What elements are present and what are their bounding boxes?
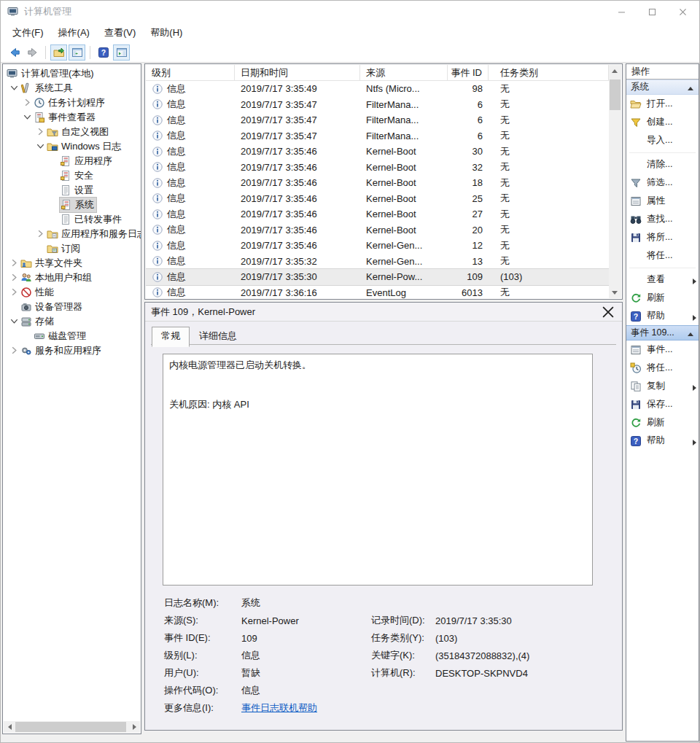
tree-item[interactable]: 性能: [3, 285, 141, 300]
event-row[interactable]: 信息2019/7/17 3:35:47FilterMana...6无: [146, 128, 609, 144]
console-tree-button[interactable]: [69, 44, 85, 61]
scroll-up-icon[interactable]: [609, 65, 621, 77]
action-item[interactable]: ?帮助: [626, 307, 699, 325]
column-header-4[interactable]: 任务类别: [489, 65, 609, 80]
scroll-right-icon[interactable]: [128, 721, 140, 733]
tree-item[interactable]: 共享文件夹: [3, 256, 141, 271]
event-row[interactable]: 信息2019/7/17 3:35:47FilterMana...6无: [146, 97, 609, 113]
action-section-header-1[interactable]: 事件 109...: [626, 325, 699, 341]
event-row[interactable]: 信息2019/7/17 3:35:46Kernel-Boot27无: [146, 206, 609, 222]
event-row[interactable]: 信息2019/7/17 3:35:46Kernel-Boot20无: [146, 222, 609, 238]
tab-1[interactable]: 详细信息: [190, 327, 246, 346]
action-item[interactable]: 复制: [626, 377, 699, 395]
forward-button[interactable]: [24, 44, 41, 61]
column-header-0[interactable]: 级别: [146, 65, 235, 80]
chevron-right-icon[interactable]: [22, 97, 33, 109]
tree-item[interactable]: 计算机管理(本地): [3, 66, 141, 81]
chevron-right-icon[interactable]: [9, 272, 20, 284]
column-header-3[interactable]: 事件 ID: [448, 65, 489, 80]
tree-item[interactable]: 服务和应用程序: [3, 343, 141, 358]
tree-item[interactable]: 任务计划程序: [3, 96, 141, 110]
tree-item[interactable]: 自定义视图: [3, 125, 141, 139]
menu-item-3[interactable]: 帮助(H): [143, 23, 190, 42]
action-item[interactable]: 属性: [626, 192, 699, 210]
collapse-icon[interactable]: [688, 328, 693, 338]
action-item[interactable]: 查找...: [626, 210, 699, 228]
event-row[interactable]: 信息2019/7/17 3:35:46Kernel-Gen...12无: [146, 238, 609, 254]
chevron-right-icon[interactable]: [35, 228, 46, 240]
tree-item[interactable]: 应用程序和服务日志: [3, 227, 141, 241]
tree-item[interactable]: 系统: [3, 198, 141, 212]
scroll-left-icon[interactable]: [4, 721, 15, 733]
tree-item[interactable]: Windows 日志: [3, 139, 141, 154]
maximize-button[interactable]: [637, 1, 667, 23]
action-item[interactable]: 将所...: [626, 228, 699, 246]
action-item[interactable]: 刷新: [626, 289, 699, 307]
list-vertical-scrollbar[interactable]: [609, 65, 621, 298]
action-item[interactable]: 创建...: [626, 113, 699, 131]
export-button[interactable]: [50, 44, 67, 61]
scrollbar-thumb[interactable]: [15, 722, 126, 732]
subscriptions-icon: [47, 243, 58, 254]
action-item[interactable]: 导入...: [626, 131, 699, 149]
console-tree-icon: [71, 47, 83, 58]
action-item[interactable]: 打开...: [626, 95, 699, 113]
event-log-help-link[interactable]: 事件日志联机帮助: [241, 701, 371, 715]
chevron-right-icon[interactable]: [35, 126, 46, 138]
event-row[interactable]: 信息2019/7/17 3:36:16EventLog6013无: [146, 285, 609, 299]
action-item[interactable]: 刷新: [626, 413, 699, 432]
tree-item[interactable]: 订阅: [3, 241, 141, 256]
scroll-down-icon[interactable]: [609, 287, 621, 298]
tree-item[interactable]: 安全: [3, 168, 141, 183]
tree-item[interactable]: 设置: [3, 183, 141, 198]
chevron-right-icon[interactable]: [9, 257, 20, 269]
action-item[interactable]: 保存...: [626, 395, 699, 413]
column-header-2[interactable]: 来源: [360, 65, 448, 80]
log-icon: [60, 170, 71, 182]
action-item[interactable]: ?帮助: [626, 432, 699, 450]
tree-item[interactable]: 设备管理器: [3, 300, 141, 314]
help-button[interactable]: ?: [95, 44, 112, 61]
chevron-down-icon[interactable]: [22, 112, 33, 123]
action-item[interactable]: 清除...: [626, 155, 699, 174]
action-pane-button[interactable]: [113, 44, 130, 61]
minimize-button[interactable]: [606, 1, 637, 23]
tree-item[interactable]: 应用程序: [3, 154, 141, 168]
event-row[interactable]: 信息2019/7/17 3:35:46Kernel-Boot32无: [146, 160, 609, 176]
event-row[interactable]: 信息2019/7/17 3:35:47FilterMana...6无: [146, 112, 609, 128]
action-item[interactable]: 将任...: [626, 246, 699, 265]
action-section-header-0[interactable]: 系统: [626, 79, 699, 95]
chevron-down-icon[interactable]: [9, 316, 20, 327]
back-button[interactable]: [6, 44, 23, 61]
chevron-right-icon[interactable]: [9, 287, 20, 298]
tree-item[interactable]: 系统工具: [3, 81, 141, 96]
menu-item-2[interactable]: 查看(V): [97, 23, 143, 42]
column-header-1[interactable]: 日期和时间: [235, 65, 360, 80]
action-item[interactable]: 筛选...: [626, 174, 699, 192]
event-row[interactable]: 信息2019/7/17 3:35:32Kernel-Gen...13无: [146, 254, 609, 270]
tab-0[interactable]: 常规: [152, 327, 190, 347]
event-row[interactable]: 信息2019/7/17 3:35:46Kernel-Boot25无: [146, 191, 609, 207]
chevron-down-icon[interactable]: [35, 141, 46, 152]
close-icon[interactable]: [600, 305, 616, 319]
action-item[interactable]: 将任...: [626, 359, 699, 377]
tree-horizontal-scrollbar[interactable]: [4, 721, 140, 733]
tree-item[interactable]: 本地用户和组: [3, 271, 141, 285]
action-item[interactable]: 查看: [626, 271, 699, 289]
tree-item[interactable]: 事件查看器: [3, 110, 141, 125]
chevron-right-icon[interactable]: [9, 345, 20, 357]
menu-item-0[interactable]: 文件(F): [5, 23, 51, 42]
menu-item-1[interactable]: 操作(A): [51, 23, 97, 42]
event-row[interactable]: 信息2019/7/17 3:35:30Kernel-Pow...109(103): [146, 269, 609, 285]
event-row[interactable]: 信息2019/7/17 3:35:46Kernel-Boot18无: [146, 175, 609, 191]
tree-item[interactable]: 磁盘管理: [3, 329, 141, 343]
tree-item[interactable]: 存储: [3, 314, 141, 329]
action-item[interactable]: 事件...: [626, 341, 699, 359]
scrollbar-thumb[interactable]: [610, 79, 621, 110]
collapse-icon[interactable]: [688, 82, 693, 93]
event-row[interactable]: 信息2019/7/17 3:35:46Kernel-Boot30无: [146, 144, 609, 160]
close-button[interactable]: [667, 1, 698, 23]
event-row[interactable]: 信息2019/7/17 3:35:49Ntfs (Micro...98无: [146, 81, 609, 97]
tree-item[interactable]: 已转发事件: [3, 212, 141, 227]
chevron-down-icon[interactable]: [9, 82, 20, 94]
